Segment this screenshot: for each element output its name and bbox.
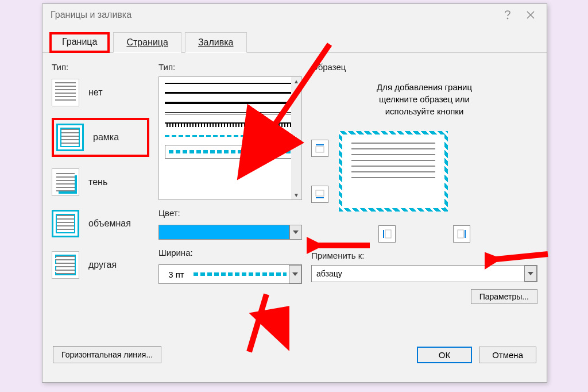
color-swatch (158, 225, 289, 240)
setting-custom[interactable]: другая (52, 249, 149, 281)
apply-dropdown-button[interactable] (524, 266, 537, 282)
borders-shading-dialog: Границы и заливка Граница Страница Залив… (42, 3, 547, 383)
help-button[interactable] (496, 6, 519, 24)
style-scrollbar[interactable]: ▲▼ (291, 77, 301, 199)
svg-rect-7 (465, 230, 466, 238)
preview-column: Образец Для добавления границ щелкните о… (311, 62, 537, 336)
edge-top-button[interactable] (311, 140, 328, 157)
setting-box[interactable]: рамка (52, 118, 149, 157)
box-icon (56, 124, 84, 151)
svg-rect-2 (316, 147, 324, 152)
setting-shadow[interactable]: тень (52, 166, 149, 198)
dialog-title: Границы и заливка (51, 10, 131, 20)
svg-rect-3 (316, 197, 324, 198)
edge-right-button[interactable] (453, 225, 470, 243)
close-button[interactable] (519, 6, 542, 24)
apply-value: абзацу (316, 269, 524, 278)
width-picker[interactable]: 3 пт (158, 264, 302, 284)
setting-label: Тип: (52, 62, 149, 72)
color-label: Цвет: (158, 208, 302, 218)
style-column: Тип: ▲▼ Цвет: Ширина: 3 пт (158, 62, 302, 336)
setting-3d[interactable]: объемная (52, 207, 149, 240)
chevron-down-icon (528, 272, 533, 275)
footer: Горизонтальная линия... ОК Отмена (42, 340, 547, 371)
width-value: 3 пт (159, 270, 194, 279)
options-button[interactable]: Параметры... (471, 289, 537, 304)
ok-button[interactable]: ОК (417, 347, 472, 363)
custom-icon (52, 251, 79, 279)
svg-rect-8 (458, 230, 463, 238)
setting-column: Тип: нет рамка тень объемная (52, 62, 149, 336)
preview-hint: Для добавления границ щелкните образец и… (311, 81, 537, 117)
tab-page[interactable]: Страница (113, 32, 181, 53)
svg-rect-5 (383, 230, 384, 238)
tab-row: Граница Страница Заливка (42, 26, 547, 53)
svg-point-0 (507, 18, 508, 19)
chevron-down-icon (293, 230, 299, 234)
color-dropdown-button[interactable] (289, 225, 302, 240)
cancel-button[interactable]: Отмена (479, 347, 536, 363)
preview-box[interactable] (339, 131, 448, 212)
titlebar: Границы и заливка (42, 4, 547, 26)
horizontal-line-button[interactable]: Горизонтальная линия... (53, 346, 161, 363)
preview-label: Образец (311, 62, 537, 72)
threed-icon (52, 210, 79, 237)
apply-select[interactable]: абзацу (311, 265, 537, 282)
color-picker[interactable] (158, 225, 302, 240)
style-listbox[interactable]: ▲▼ (158, 76, 302, 200)
svg-rect-4 (316, 190, 324, 196)
width-dropdown-button[interactable] (289, 265, 301, 283)
chevron-down-icon (292, 272, 298, 276)
tab-border[interactable]: Граница (49, 32, 110, 53)
shadow-icon (52, 168, 79, 196)
apply-label: Применить к: (311, 251, 537, 260)
width-preview-line (194, 272, 287, 276)
style-label: Тип: (158, 62, 302, 72)
svg-rect-6 (385, 230, 391, 238)
tab-shading[interactable]: Заливка (185, 32, 247, 53)
edge-left-button[interactable] (378, 225, 396, 243)
setting-none[interactable]: нет (52, 76, 149, 109)
svg-rect-1 (316, 144, 324, 145)
edge-bottom-button[interactable] (311, 186, 328, 203)
none-icon (52, 79, 79, 106)
width-label: Ширина: (158, 248, 302, 258)
